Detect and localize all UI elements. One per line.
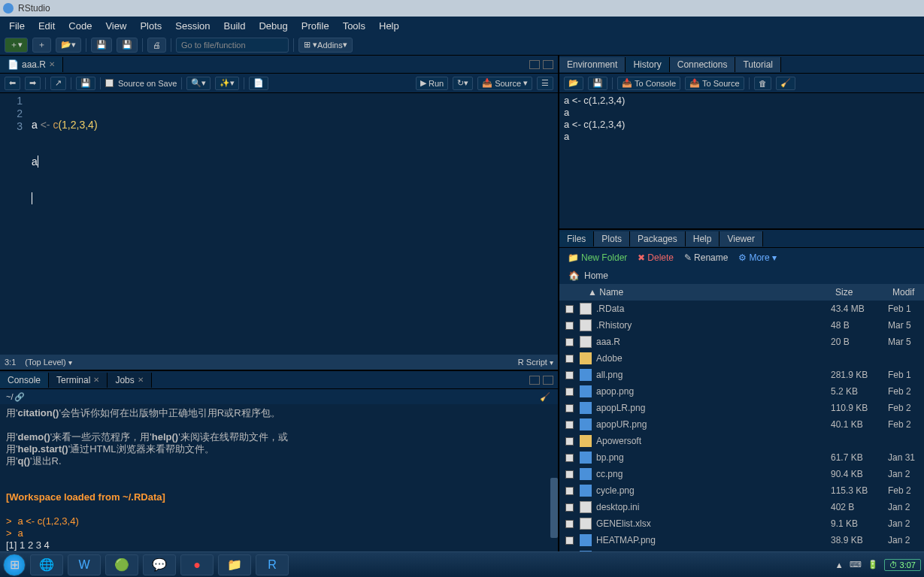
rerun-button[interactable]: ↻▾ — [453, 77, 473, 90]
console-scrollbar[interactable] — [550, 478, 558, 538]
breadcrumb-home[interactable]: Home — [584, 270, 608, 281]
menu-build[interactable]: Build — [218, 19, 252, 33]
taskbar-wps[interactable]: W — [68, 554, 101, 575]
menu-tools[interactable]: Tools — [337, 19, 371, 33]
new-file-button[interactable]: ＋▾ — [5, 38, 28, 53]
minimize-pane-icon[interactable] — [529, 60, 540, 69]
file-name[interactable]: all.png — [596, 370, 831, 380]
file-name[interactable]: cycle.png — [596, 485, 831, 496]
packages-tab[interactable]: Packages — [630, 231, 686, 246]
open-file-button[interactable]: 📂▾ — [56, 38, 81, 53]
taskbar-ie[interactable]: 🌐 — [30, 554, 63, 575]
tray-icon[interactable]: ▲ — [835, 560, 844, 569]
forward-button[interactable]: ➡ — [25, 77, 41, 90]
save-history-button[interactable]: 💾 — [588, 77, 607, 90]
file-checkbox[interactable] — [565, 371, 574, 379]
terminal-tab[interactable]: Terminal ✕ — [49, 373, 108, 388]
clear-history-button[interactable]: 🧹 — [776, 77, 795, 90]
plots-tab[interactable]: Plots — [594, 231, 630, 246]
save-button[interactable]: 💾 — [91, 38, 112, 53]
more-button[interactable]: ⚙ More ▾ — [735, 251, 780, 264]
file-checkbox[interactable] — [565, 454, 574, 462]
file-checkbox[interactable] — [565, 520, 574, 528]
maximize-console-icon[interactable] — [543, 376, 553, 385]
file-checkbox[interactable] — [565, 388, 574, 396]
history-tab[interactable]: History — [626, 57, 669, 72]
home-icon[interactable]: 🏠 — [568, 270, 580, 281]
maximize-pane-icon[interactable] — [543, 60, 553, 69]
file-row[interactable]: cc.png 90.4 KB Jan 2 — [559, 466, 924, 482]
minimize-console-icon[interactable] — [529, 376, 540, 385]
file-checkbox[interactable] — [565, 355, 574, 363]
clear-console-icon[interactable]: 🧹 — [540, 392, 550, 402]
menu-file[interactable]: File — [3, 19, 31, 33]
connections-tab[interactable]: Connections — [670, 57, 736, 72]
file-checkbox[interactable] — [565, 404, 574, 412]
menu-session[interactable]: Session — [169, 19, 216, 33]
jobs-tab[interactable]: Jobs ✕ — [108, 373, 151, 388]
file-name[interactable]: Apowersoft — [596, 436, 831, 446]
code-editor[interactable]: 1 2 3 a <- c(1,2,3,4) a — [0, 93, 558, 355]
file-row[interactable]: .Rhistory 48 B Mar 5 — [559, 317, 924, 334]
file-name[interactable]: apopLR.png — [596, 403, 831, 413]
file-name[interactable]: .Rhistory — [596, 320, 831, 331]
to-console-button[interactable]: 📥 To Console — [617, 77, 680, 90]
start-button[interactable]: ⊞ — [3, 554, 26, 576]
close-tab-icon[interactable]: ✕ — [49, 60, 55, 68]
menu-profile[interactable]: Profile — [295, 19, 335, 33]
file-row[interactable]: all.png 281.9 KB Feb 1 — [559, 367, 924, 383]
source-tab[interactable]: 📄 aaa.R ✕ — [0, 57, 63, 72]
file-row[interactable]: bp.png 61.7 KB Jan 31 — [559, 449, 924, 466]
file-row[interactable]: Adobe — [559, 350, 924, 367]
file-checkbox[interactable] — [565, 338, 574, 346]
taskbar-explorer[interactable]: 📁 — [218, 554, 251, 575]
tutorial-tab[interactable]: Tutorial — [735, 57, 781, 72]
file-checkbox[interactable] — [565, 305, 574, 313]
file-checkbox[interactable] — [565, 437, 574, 446]
menu-view[interactable]: View — [99, 19, 132, 33]
file-name[interactable]: .RData — [596, 304, 831, 314]
load-history-button[interactable]: 📂 — [564, 77, 583, 90]
file-name[interactable]: apop.png — [596, 386, 831, 397]
save-file-button[interactable]: 💾 — [76, 77, 95, 90]
menu-help[interactable]: Help — [373, 19, 405, 33]
file-checkbox[interactable] — [565, 536, 574, 545]
file-row[interactable]: GENElist.xlsx 9.1 KB Jan 2 — [559, 515, 924, 532]
file-row[interactable]: apopUR.png 40.1 KB Feb 2 — [559, 416, 924, 433]
console-tab[interactable]: Console — [0, 373, 49, 388]
taskbar-rstudio[interactable]: R — [256, 554, 289, 575]
new-project-button[interactable]: ＋ — [32, 38, 51, 53]
file-row[interactable]: desktop.ini 402 B Jan 2 — [559, 499, 924, 515]
environment-tab[interactable]: Environment — [559, 57, 626, 72]
file-row[interactable]: Apowersoft — [559, 433, 924, 449]
file-row[interactable]: apopLR.png 110.9 KB Feb 2 — [559, 400, 924, 416]
back-button[interactable]: ⬅ — [5, 77, 20, 90]
source-button[interactable]: 📥 Source ▾ — [477, 77, 532, 90]
file-name[interactable]: Adobe — [596, 353, 831, 364]
file-name[interactable]: bp.png — [596, 452, 831, 463]
file-name[interactable]: cc.png — [596, 469, 831, 479]
file-name[interactable]: HEATMAP.png — [596, 535, 831, 545]
new-folder-button[interactable]: 📁 New Folder — [564, 251, 631, 264]
file-name[interactable]: desktop.ini — [596, 502, 831, 512]
console-output[interactable]: 用'citation()'会告诉你如何在出版物中正确地引用R或R程序包。 用'd… — [0, 404, 558, 551]
file-checkbox[interactable] — [565, 487, 574, 495]
menu-plots[interactable]: Plots — [134, 19, 168, 33]
file-name[interactable]: aaa.R — [596, 337, 831, 347]
file-checkbox[interactable] — [565, 503, 574, 512]
rename-button[interactable]: ✎ Rename — [680, 251, 732, 264]
print-button[interactable]: 🖨 — [147, 38, 166, 53]
compile-report-button[interactable]: 📄 — [249, 77, 268, 90]
file-name[interactable]: GENElist.xlsx — [596, 518, 831, 529]
menu-edit[interactable]: Edit — [32, 19, 61, 33]
file-name[interactable]: apopUR.png — [596, 419, 831, 430]
to-source-button[interactable]: 📤 To Source — [685, 77, 744, 90]
help-tab[interactable]: Help — [686, 231, 720, 246]
history-list[interactable]: a <- c(1,2,3,4) a a <- c(1,2,3,4) a — [559, 93, 924, 144]
file-row[interactable]: cycle.png 115.3 KB Feb 2 — [559, 482, 924, 499]
file-row[interactable]: aaa.R 20 B Mar 5 — [559, 334, 924, 350]
col-modified[interactable]: Modif — [888, 287, 924, 298]
save-all-button[interactable]: 💾 — [117, 38, 138, 53]
taskbar-record[interactable]: ● — [180, 554, 214, 575]
tray-icon[interactable]: ⌨ — [850, 560, 862, 569]
